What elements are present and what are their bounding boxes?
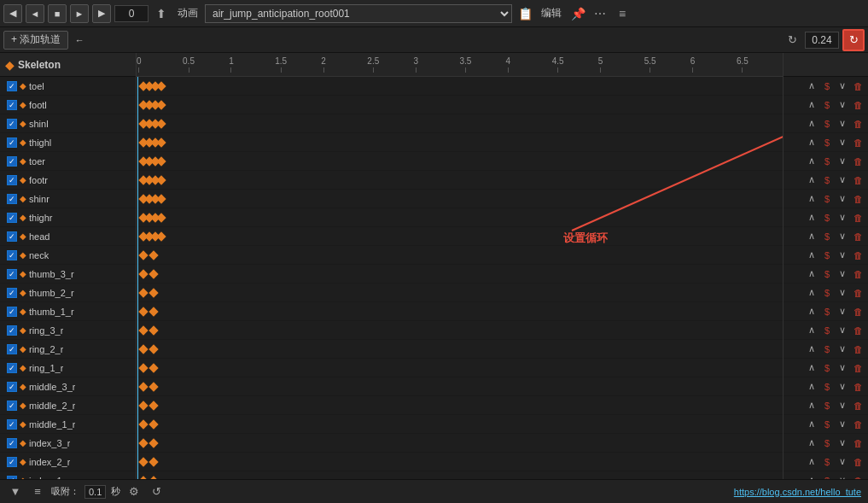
track-checkbox[interactable]	[7, 231, 17, 242]
down-button[interactable]: ∨	[836, 136, 849, 149]
up-button[interactable]: ∧	[805, 98, 818, 112]
track-item[interactable]: ◆ ring_1_r	[0, 359, 136, 377]
website-link[interactable]: https://blog.csdn.net/hello_tute	[734, 487, 861, 497]
down-button[interactable]: ∨	[836, 399, 849, 412]
keyframe-diamond[interactable]	[156, 194, 166, 203]
keyframe-diamond[interactable]	[149, 401, 158, 410]
delete-button[interactable]: 🗑	[851, 211, 865, 225]
keyframe-row[interactable]	[137, 114, 783, 133]
keyframe-row[interactable]	[137, 208, 783, 227]
keyframe-diamond[interactable]	[156, 100, 166, 109]
keyframe-row[interactable]	[137, 133, 783, 152]
track-item[interactable]: ◆ thumb_1_r	[0, 302, 136, 321]
delete-button[interactable]: 🗑	[851, 155, 865, 168]
keyframe-diamond[interactable]	[138, 476, 148, 479]
track-checkbox[interactable]	[7, 100, 17, 110]
dollar-button[interactable]: $	[820, 399, 834, 412]
keyframe-diamond[interactable]	[156, 119, 166, 128]
list-button[interactable]: ≡	[29, 483, 46, 500]
keyframe-row[interactable]	[137, 434, 783, 453]
delete-button[interactable]: 🗑	[851, 399, 865, 412]
down-button[interactable]: ∨	[836, 342, 849, 356]
down-button[interactable]: ∨	[836, 286, 849, 300]
prev-frame-button[interactable]: ◀	[3, 4, 22, 23]
down-button[interactable]: ∨	[836, 230, 849, 243]
track-item[interactable]: ◆ thighr	[0, 208, 136, 227]
delete-button[interactable]: 🗑	[851, 286, 865, 300]
dollar-button[interactable]: $	[820, 230, 834, 243]
up-button[interactable]: ∧	[805, 324, 818, 337]
dollar-button[interactable]: $	[820, 79, 834, 93]
track-checkbox[interactable]	[7, 382, 17, 392]
snap-value[interactable]: 0.1	[84, 485, 106, 499]
delete-button[interactable]: 🗑	[851, 117, 865, 131]
keyframe-row[interactable]	[137, 377, 783, 396]
keyframe-diamond[interactable]	[149, 344, 158, 354]
keyframe-diamond[interactable]	[149, 250, 158, 260]
track-checkbox[interactable]	[7, 344, 17, 354]
delete-button[interactable]: 🗑	[851, 249, 865, 262]
keyframe-diamond[interactable]	[138, 307, 148, 316]
up-button[interactable]: ∧	[805, 79, 818, 93]
track-checkbox[interactable]	[7, 457, 17, 467]
track-item[interactable]: ◆ footr	[0, 171, 136, 190]
keyframe-row[interactable]	[137, 471, 783, 479]
loop-button[interactable]: ↻	[842, 29, 865, 51]
track-checkbox[interactable]	[7, 175, 17, 185]
up-button[interactable]: ∧	[805, 155, 818, 168]
track-item[interactable]: ◆ shinl	[0, 114, 136, 133]
down-button[interactable]: ∨	[836, 249, 849, 262]
keyframe-row[interactable]	[137, 96, 783, 114]
up-button[interactable]: ∧	[805, 267, 818, 281]
track-checkbox[interactable]	[7, 194, 17, 204]
track-item[interactable]: ◆ index_1_r	[0, 471, 136, 479]
track-checkbox[interactable]	[7, 156, 17, 167]
keyframe-row[interactable]	[137, 359, 783, 377]
up-button[interactable]: ∧	[805, 305, 818, 319]
down-button[interactable]: ∨	[836, 418, 849, 431]
keyframe-diamond[interactable]	[149, 457, 158, 466]
up-button[interactable]: ∧	[805, 380, 818, 394]
keyframe-row[interactable]	[137, 265, 783, 284]
track-item[interactable]: ◆ toel	[0, 77, 136, 96]
dollar-button[interactable]: $	[820, 286, 834, 300]
keyframe-row[interactable]	[137, 190, 783, 208]
track-item[interactable]: ◆ thumb_3_r	[0, 265, 136, 284]
track-item[interactable]: ◆ footl	[0, 96, 136, 114]
up-button[interactable]: ∧	[805, 192, 818, 206]
keyframe-row[interactable]	[137, 302, 783, 321]
track-item[interactable]: ◆ thighl	[0, 133, 136, 152]
delete-button[interactable]: 🗑	[851, 380, 865, 394]
delete-button[interactable]: 🗑	[851, 324, 865, 337]
delete-button[interactable]: 🗑	[851, 173, 865, 187]
delete-button[interactable]: 🗑	[851, 436, 865, 450]
keyframe-diamond[interactable]	[149, 307, 158, 316]
delete-button[interactable]: 🗑	[851, 305, 865, 319]
track-checkbox[interactable]	[7, 250, 17, 260]
play-button[interactable]: ▶	[92, 4, 111, 23]
track-item[interactable]: ◆ index_3_r	[0, 434, 136, 453]
keyframe-row[interactable]	[137, 340, 783, 359]
down-button[interactable]: ∨	[836, 117, 849, 131]
track-item[interactable]: ◆ ring_3_r	[0, 321, 136, 340]
delete-button[interactable]: 🗑	[851, 192, 865, 206]
delete-button[interactable]: 🗑	[851, 136, 865, 149]
up-button[interactable]: ∧	[805, 173, 818, 187]
down-button[interactable]: ∨	[836, 455, 849, 469]
frame-number[interactable]: 0	[114, 5, 149, 22]
sync-icon[interactable]: ↻	[783, 31, 801, 50]
pin-track-button[interactable]: ←	[70, 31, 89, 50]
down-button[interactable]: ∨	[836, 79, 849, 93]
down-button[interactable]: ∨	[836, 192, 849, 206]
up-button[interactable]: ∧	[805, 418, 818, 431]
track-checkbox[interactable]	[7, 363, 17, 373]
up-button[interactable]: ∧	[805, 436, 818, 450]
keyframe-diamond[interactable]	[156, 175, 166, 184]
track-checkbox[interactable]	[7, 269, 17, 279]
gear-button[interactable]: ⚙	[125, 483, 143, 500]
track-checkbox[interactable]	[7, 288, 17, 298]
keyframe-diamond[interactable]	[138, 363, 148, 372]
delete-button[interactable]: 🗑	[851, 98, 865, 112]
up-button[interactable]: ∧	[805, 342, 818, 356]
dollar-button[interactable]: $	[820, 342, 834, 356]
